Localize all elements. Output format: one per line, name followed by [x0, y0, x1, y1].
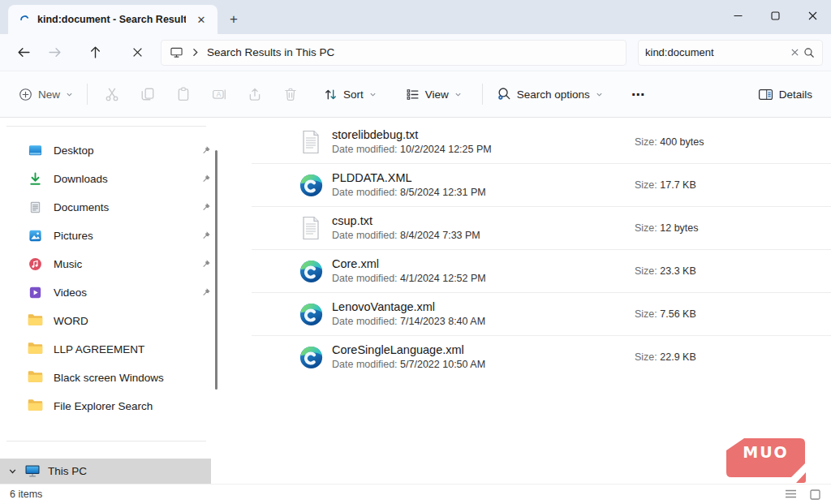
pictures-icon [28, 228, 43, 243]
sort-button-label: Sort [343, 88, 364, 101]
pin-icon [200, 174, 211, 184]
loading-spinner-icon [19, 15, 30, 25]
folder-icon [28, 313, 43, 329]
thumbnail-view-icon[interactable] [807, 486, 823, 502]
sidebar-item-this-pc[interactable]: This PC [0, 459, 211, 484]
chevron-down-icon[interactable] [8, 467, 17, 476]
file-size: Size: 7.56 KB [635, 308, 831, 320]
file-size: Size: 400 bytes [635, 136, 831, 148]
sidebar-item-pictures[interactable]: Pictures [0, 222, 226, 250]
see-more-button[interactable]: ⋯ [622, 80, 655, 109]
chevron-down-icon [454, 91, 462, 98]
file-row-core[interactable]: Core.xml Date modified: 4/1/2024 12:52 P… [252, 249, 831, 292]
breadcrumb: Search Results in This PC [207, 46, 334, 58]
file-row-csup[interactable]: csup.txt Date modified: 8/4/2024 7:33 PM… [252, 206, 831, 249]
sidebar-item-word[interactable]: WORD [0, 307, 226, 335]
pin-icon [200, 145, 211, 156]
file-size: Size: 12 bytes [635, 222, 831, 234]
details-button-label: Details [779, 88, 812, 101]
maximize-button[interactable] [756, 0, 794, 31]
tab-title: kind:document - Search Result [37, 14, 186, 25]
search-options-icon [497, 87, 511, 101]
file-date-modified: Date modified: 8/5/2024 12:31 PM [332, 186, 635, 200]
sidebar-item-label: WORD [54, 315, 214, 327]
toolbar-divider [482, 84, 483, 105]
sidebar-item-label: Black screen Windows [54, 372, 214, 384]
sidebar-item-file-explorer-search[interactable]: File Explorer Search [0, 392, 226, 420]
command-toolbar: New A Sort View Search optio [0, 71, 831, 118]
sidebar-item-label: Pictures [54, 230, 190, 242]
paste-button[interactable] [166, 80, 201, 109]
pin-icon [200, 202, 211, 213]
file-name: LenovoVantage.xml [332, 299, 635, 315]
new-plus-icon [19, 88, 32, 101]
search-options-button[interactable]: Search options [489, 80, 610, 109]
edge-browser-icon [299, 344, 323, 370]
search-options-label: Search options [517, 88, 590, 101]
cut-button[interactable] [94, 80, 130, 109]
back-button[interactable] [10, 40, 37, 66]
details-button[interactable]: Details [751, 80, 820, 109]
sidebar-item-music[interactable]: Music [0, 250, 226, 278]
sidebar-item-downloads[interactable]: Downloads [0, 165, 226, 193]
text-file-icon [299, 215, 323, 241]
tab-strip: kind:document - Search Result ✕ + [0, 0, 831, 34]
rename-button[interactable]: A [201, 80, 237, 109]
file-row-coresinglelanguage[interactable]: CoreSingleLanguage.xml Date modified: 5/… [252, 335, 831, 378]
stop-refresh-icon[interactable] [123, 40, 151, 66]
edge-browser-icon [299, 258, 323, 284]
sidebar-item-label: Downloads [54, 173, 190, 185]
sort-button[interactable]: Sort [316, 80, 384, 109]
view-icon [406, 88, 420, 101]
videos-icon [28, 285, 43, 300]
delete-button[interactable] [273, 80, 308, 109]
sidebar-item-label: Documents [54, 201, 190, 213]
search-results-list: storelibdebug.txt Date modified: 10/2/20… [226, 118, 831, 484]
search-box[interactable] [638, 40, 823, 66]
sidebar-item-label: This PC [48, 465, 87, 477]
sidebar-item-llp-agreement[interactable]: LLP AGREEMENT [0, 335, 226, 364]
file-date-modified: Date modified: 8/4/2024 7:33 PM [332, 229, 635, 243]
address-bar[interactable]: Search Results in This PC [161, 40, 626, 66]
folder-icon [28, 398, 43, 414]
forward-button[interactable] [41, 40, 68, 66]
file-name: PLDDATA.XML [332, 170, 635, 186]
new-button[interactable]: New [11, 80, 80, 109]
file-row-lenovovantage[interactable]: LenovoVantage.xml Date modified: 7/14/20… [252, 292, 831, 335]
sidebar-item-black-screen-windows[interactable]: Black screen Windows [0, 364, 226, 392]
share-button[interactable] [237, 80, 273, 109]
file-row-plddata[interactable]: PLDDATA.XML Date modified: 8/5/2024 12:3… [252, 163, 831, 206]
status-bar: 6 items [0, 484, 831, 504]
details-view-icon[interactable] [782, 486, 799, 502]
sidebar-scrollbar[interactable] [215, 150, 217, 390]
tab-close-icon[interactable]: ✕ [193, 11, 209, 28]
clear-search-icon[interactable] [788, 43, 802, 62]
watermark-text: MUO [726, 443, 805, 461]
close-window-button[interactable] [794, 0, 831, 31]
search-icon[interactable] [802, 43, 816, 62]
details-pane-icon [758, 88, 773, 101]
chevron-down-icon [596, 91, 603, 98]
minimize-button[interactable] [719, 0, 756, 31]
file-date-modified: Date modified: 4/1/2024 12:52 PM [332, 272, 635, 286]
new-tab-button[interactable]: + [222, 8, 245, 31]
sidebar-item-videos[interactable]: Videos [0, 278, 226, 307]
search-input[interactable] [645, 46, 788, 58]
edge-browser-icon [299, 172, 323, 198]
file-row-storelibdebug[interactable]: storelibdebug.txt Date modified: 10/2/20… [252, 120, 831, 163]
text-file-icon [299, 129, 323, 155]
sidebar-item-desktop[interactable]: Desktop [0, 136, 226, 165]
sidebar-item-documents[interactable]: Documents [0, 193, 226, 222]
sidebar-item-label: Videos [54, 286, 190, 299]
chevron-right-icon[interactable] [192, 48, 199, 57]
view-button[interactable]: View [398, 80, 469, 109]
file-date-modified: Date modified: 7/14/2023 8:40 AM [332, 315, 635, 329]
file-name: CoreSingleLanguage.xml [332, 342, 635, 358]
explorer-tab[interactable]: kind:document - Search Result ✕ [8, 5, 217, 34]
pin-icon [200, 230, 211, 241]
navigation-pane: Desktop Downloads Documents Pictures Mus [0, 118, 226, 484]
file-name: storelibdebug.txt [332, 127, 635, 143]
up-button[interactable] [81, 40, 109, 66]
item-count: 6 items [10, 489, 42, 500]
copy-button[interactable] [130, 80, 166, 109]
